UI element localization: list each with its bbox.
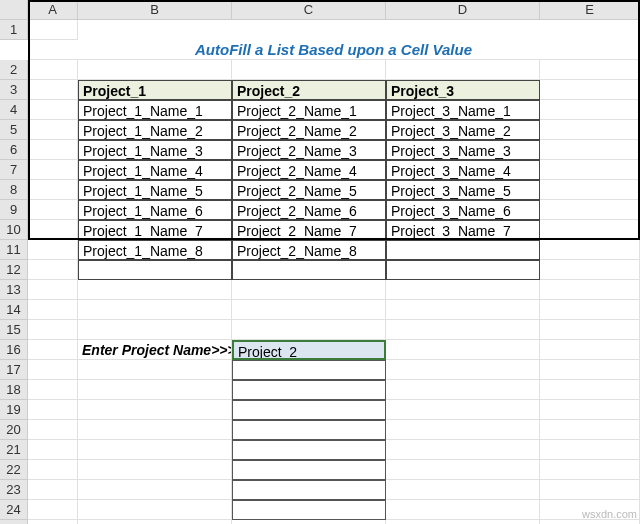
table-cell[interactable]: Project_2_Name_3 [232,140,386,160]
table-cell[interactable]: Project_1_Name_8 [78,240,232,260]
table-cell[interactable]: Project_3_Name_6 [386,200,540,220]
table-cell[interactable]: Project_3_Name_5 [386,180,540,200]
cell-a23[interactable] [28,480,78,500]
cell-e2[interactable] [540,60,640,80]
cell-e12[interactable] [540,260,640,280]
cell-b15[interactable] [78,320,232,340]
cell-e17[interactable] [540,360,640,380]
row-header-23[interactable]: 23 [0,480,28,500]
cell-a12[interactable] [28,260,78,280]
project-name-input[interactable]: Project_2 [232,340,386,360]
row-header-1[interactable]: 1 [0,20,28,40]
table-cell[interactable]: Project_2_Name_8 [232,240,386,260]
row-header-4[interactable]: 4 [0,100,28,120]
cell-b21[interactable] [78,440,232,460]
row-header-21[interactable]: 21 [0,440,28,460]
cell-e23[interactable] [540,480,640,500]
cell-d15[interactable] [386,320,540,340]
cell-c13[interactable] [232,280,386,300]
cell-d18[interactable] [386,380,540,400]
row-header-18[interactable]: 18 [0,380,28,400]
table-cell-empty[interactable] [232,260,386,280]
cell-a25[interactable] [28,520,78,524]
cell-a10[interactable] [28,220,78,240]
cell-e10[interactable] [540,220,640,240]
row-header-13[interactable]: 13 [0,280,28,300]
table-cell[interactable]: Project_1_Name_1 [78,100,232,120]
cell-a20[interactable] [28,420,78,440]
cell-d17[interactable] [386,360,540,380]
cell-e16[interactable] [540,340,640,360]
table-cell[interactable]: Project_1_Name_7 [78,220,232,240]
row-header-3[interactable]: 3 [0,80,28,100]
cell-a18[interactable] [28,380,78,400]
table-cell[interactable]: Project_3_Name_4 [386,160,540,180]
cell-e8[interactable] [540,180,640,200]
result-cell[interactable] [232,380,386,400]
cell-b13[interactable] [78,280,232,300]
cell-d24[interactable] [386,500,540,520]
cell-b24[interactable] [78,500,232,520]
cell-b18[interactable] [78,380,232,400]
cell-c15[interactable] [232,320,386,340]
row-header-24[interactable]: 24 [0,500,28,520]
table-cell[interactable]: Project_3_Name_1 [386,100,540,120]
cell-a15[interactable] [28,320,78,340]
cell-e3[interactable] [540,80,640,100]
cell-a8[interactable] [28,180,78,200]
table-cell[interactable]: Project_1_Name_4 [78,160,232,180]
cell-a13[interactable] [28,280,78,300]
row-header-25[interactable]: 25 [0,520,28,524]
result-cell[interactable] [232,500,386,520]
cell-d13[interactable] [386,280,540,300]
cell-d22[interactable] [386,460,540,480]
cell-a7[interactable] [28,160,78,180]
cell-a14[interactable] [28,300,78,320]
cell-c14[interactable] [232,300,386,320]
row-header-14[interactable]: 14 [0,300,28,320]
table-cell[interactable]: Project_2_Name_1 [232,100,386,120]
cell-b22[interactable] [78,460,232,480]
row-header-5[interactable]: 5 [0,120,28,140]
cell-b17[interactable] [78,360,232,380]
cell-d21[interactable] [386,440,540,460]
cell-d20[interactable] [386,420,540,440]
table-header-c[interactable]: Project_2 [232,80,386,100]
table-header-d[interactable]: Project_3 [386,80,540,100]
cell-b25[interactable] [78,520,232,524]
row-header-8[interactable]: 8 [0,180,28,200]
cell-d19[interactable] [386,400,540,420]
cell-d25[interactable] [386,520,540,524]
cell-d16[interactable] [386,340,540,360]
result-cell[interactable] [232,420,386,440]
row-header-7[interactable]: 7 [0,160,28,180]
row-header-11[interactable]: 11 [0,240,28,260]
cell-e7[interactable] [540,160,640,180]
table-cell-empty[interactable] [386,260,540,280]
cell-e20[interactable] [540,420,640,440]
cell-a5[interactable] [28,120,78,140]
cell-e25[interactable] [540,520,640,524]
table-cell[interactable]: Project_1_Name_5 [78,180,232,200]
cell-e5[interactable] [540,120,640,140]
table-header-b[interactable]: Project_1 [78,80,232,100]
cell-a9[interactable] [28,200,78,220]
cell-d23[interactable] [386,480,540,500]
cell-b14[interactable] [78,300,232,320]
table-cell[interactable]: Project_2_Name_4 [232,160,386,180]
cell-b23[interactable] [78,480,232,500]
column-header-c[interactable]: C [232,0,386,20]
cell-c25[interactable] [232,520,386,524]
result-cell[interactable] [232,460,386,480]
row-header-22[interactable]: 22 [0,460,28,480]
table-cell[interactable]: Project_2_Name_5 [232,180,386,200]
row-header-20[interactable]: 20 [0,420,28,440]
row-header-16[interactable]: 16 [0,340,28,360]
cell-a2[interactable] [28,60,78,80]
table-cell-empty[interactable] [78,260,232,280]
cell-a22[interactable] [28,460,78,480]
cell-d2[interactable] [386,60,540,80]
column-header-b[interactable]: B [78,0,232,20]
cell-e13[interactable] [540,280,640,300]
result-cell[interactable] [232,400,386,420]
